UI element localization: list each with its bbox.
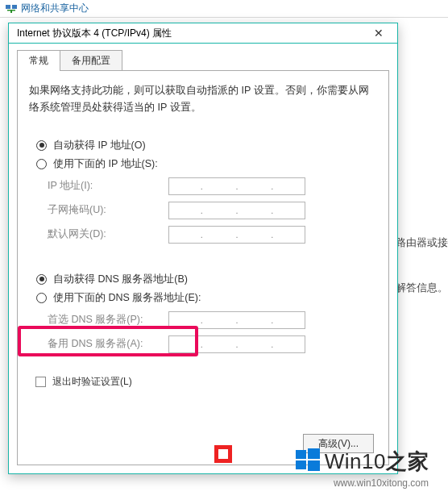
subnet-mask-field[interactable]: ... (168, 202, 305, 219)
bg-text-2: 解答信息。 (396, 281, 448, 295)
checkbox-label: 退出时验证设置(L) (52, 375, 132, 389)
radio-ip-auto[interactable]: 自动获得 IP 地址(O) (36, 139, 375, 152)
dns2-label: 备用 DNS 服务器(A): (48, 337, 168, 351)
ip-address-field[interactable]: ... (168, 177, 305, 195)
radio-label: 自动获得 IP 地址(O) (53, 139, 146, 152)
description-text: 如果网络支持此功能，则可以获取自动指派的 IP 设置。否则，你需要从网络系统管理… (29, 82, 377, 117)
tab-alternate[interactable]: 备用配置 (60, 50, 122, 71)
dns-group: 自动获得 DNS 服务器地址(B) 使用下面的 DNS 服务器地址(E): 首选… (29, 264, 377, 364)
dns1-label: 首选 DNS 服务器(P): (48, 313, 168, 327)
radio-dns-manual[interactable]: 使用下面的 DNS 服务器地址(E): (36, 291, 375, 305)
radio-icon (36, 293, 47, 303)
gateway-field[interactable]: ... (168, 226, 305, 244)
checkbox-icon (35, 377, 46, 387)
advanced-button[interactable]: 高级(V)... (303, 434, 374, 453)
radio-icon (36, 274, 47, 285)
close-icon: ✕ (374, 27, 384, 40)
radio-label: 自动获得 DNS 服务器地址(B) (53, 273, 188, 286)
ipv4-properties-dialog: Internet 协议版本 4 (TCP/IPv4) 属性 ✕ 常规 备用配置 … (8, 23, 398, 474)
radio-label: 使用下面的 IP 地址(S): (53, 157, 158, 171)
parent-window-title: 网络和共享中心 (21, 2, 89, 15)
radio-icon (36, 159, 47, 169)
dialog-title: Internet 协议版本 4 (TCP/IPv4) 属性 (17, 27, 363, 40)
dialog-titlebar[interactable]: Internet 协议版本 4 (TCP/IPv4) 属性 ✕ (9, 23, 397, 44)
watermark-red-square (214, 445, 232, 463)
dns1-field[interactable]: ... (168, 311, 305, 329)
dns2-field[interactable]: ... (168, 335, 305, 353)
subnet-mask-label: 子网掩码(U): (48, 203, 168, 217)
validate-on-exit-checkbox[interactable]: 退出时验证设置(L) (35, 375, 377, 389)
parent-window-titlebar: 网络和共享中心 (0, 0, 448, 18)
network-center-icon (5, 2, 18, 15)
radio-icon (36, 140, 47, 151)
tab-panel-general: 如果网络支持此功能，则可以获取自动指派的 IP 设置。否则，你需要从网络系统管理… (17, 70, 389, 465)
radio-ip-manual[interactable]: 使用下面的 IP 地址(S): (36, 157, 375, 171)
radio-dns-auto[interactable]: 自动获得 DNS 服务器地址(B) (36, 273, 375, 286)
gateway-label: 默认网关(D): (48, 227, 168, 241)
svg-rect-3 (10, 10, 12, 13)
ip-address-label: IP 地址(I): (48, 179, 168, 193)
ip-group: 自动获得 IP 地址(O) 使用下面的 IP 地址(S): IP 地址(I):.… (29, 130, 377, 254)
tab-strip: 常规 备用配置 (17, 50, 389, 71)
svg-rect-0 (6, 5, 10, 9)
svg-rect-1 (12, 5, 17, 9)
tab-general[interactable]: 常规 (17, 50, 60, 71)
close-button[interactable]: ✕ (363, 23, 394, 43)
radio-label: 使用下面的 DNS 服务器地址(E): (53, 291, 201, 305)
